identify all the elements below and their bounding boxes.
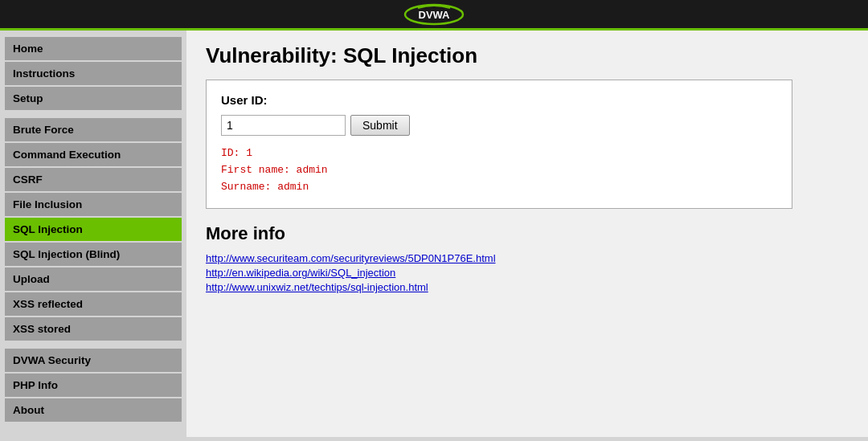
info-link-2[interactable]: http://en.wikipedia.org/wiki/SQL_injecti… bbox=[206, 267, 849, 279]
sidebar-item-xss-reflected[interactable]: XSS reflected bbox=[5, 292, 182, 316]
sidebar-item-file-inclusion[interactable]: File Inclusion bbox=[5, 193, 182, 216]
sidebar-item-csrf[interactable]: CSRF bbox=[5, 168, 182, 191]
result-output: ID: 1 First name: admin Surname: admin bbox=[221, 145, 777, 195]
result-line-3: Surname: admin bbox=[221, 179, 777, 196]
more-info-section: More info http://www.securiteam.com/secu… bbox=[206, 223, 849, 293]
header: DVWA bbox=[0, 0, 868, 31]
sidebar-group-2: Brute Force Command Execution CSRF File … bbox=[5, 118, 182, 341]
sidebar-item-setup[interactable]: Setup bbox=[5, 87, 182, 110]
layout: Home Instructions Setup Brute Force Comm… bbox=[0, 31, 868, 437]
sidebar-item-xss-stored[interactable]: XSS stored bbox=[5, 317, 182, 341]
info-link-1[interactable]: http://www.securiteam.com/securityreview… bbox=[206, 252, 849, 264]
form-row: Submit bbox=[221, 115, 777, 136]
svg-text:DVWA: DVWA bbox=[419, 9, 451, 21]
submit-button[interactable]: Submit bbox=[350, 115, 410, 136]
sidebar-item-home[interactable]: Home bbox=[5, 37, 182, 60]
userid-input[interactable] bbox=[221, 115, 346, 136]
info-link-3[interactable]: http://www.unixwiz.net/techtips/sql-inje… bbox=[206, 281, 849, 293]
userid-label: User ID: bbox=[221, 93, 777, 107]
sidebar-item-upload[interactable]: Upload bbox=[5, 267, 182, 291]
sidebar-item-dvwa-security[interactable]: DVWA Security bbox=[5, 349, 182, 372]
sidebar-item-command-execution[interactable]: Command Execution bbox=[5, 143, 182, 166]
main-content: Vulnerability: SQL Injection User ID: Su… bbox=[186, 31, 868, 437]
sidebar-item-instructions[interactable]: Instructions bbox=[5, 62, 182, 85]
sidebar-divider-1 bbox=[5, 112, 182, 118]
form-box: User ID: Submit ID: 1 First name: admin … bbox=[206, 80, 792, 209]
sidebar-item-sql-injection[interactable]: SQL Injection bbox=[5, 218, 182, 241]
links-list: http://www.securiteam.com/securityreview… bbox=[206, 252, 849, 293]
sidebar-group-1: Home Instructions Setup bbox=[5, 37, 182, 110]
result-line-2: First name: admin bbox=[221, 162, 777, 179]
logo-icon: DVWA bbox=[402, 2, 466, 27]
page-title: Vulnerability: SQL Injection bbox=[206, 43, 849, 68]
result-line-1: ID: 1 bbox=[221, 145, 777, 162]
sidebar-group-3: DVWA Security PHP Info About bbox=[5, 349, 182, 422]
sidebar-item-sql-injection-blind[interactable]: SQL Injection (Blind) bbox=[5, 243, 182, 266]
sidebar-item-php-info[interactable]: PHP Info bbox=[5, 374, 182, 397]
sidebar: Home Instructions Setup Brute Force Comm… bbox=[0, 31, 186, 437]
sidebar-item-brute-force[interactable]: Brute Force bbox=[5, 118, 182, 141]
sidebar-item-about[interactable]: About bbox=[5, 398, 182, 422]
more-info-title: More info bbox=[206, 223, 849, 244]
sidebar-divider-2 bbox=[5, 342, 182, 349]
